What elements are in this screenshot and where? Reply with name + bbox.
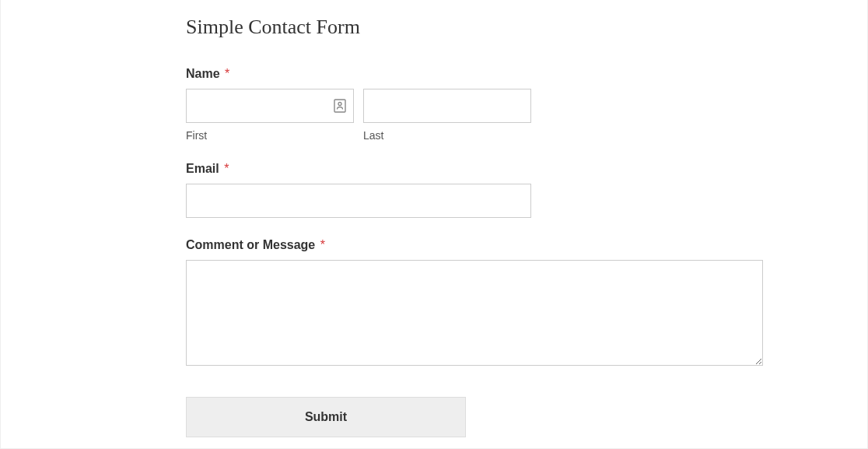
first-name-col: First [186, 89, 354, 142]
first-name-input[interactable] [186, 89, 354, 123]
message-textarea[interactable] [186, 260, 763, 366]
email-label: Email * [186, 162, 867, 176]
form-title: Simple Contact Form [186, 16, 867, 39]
email-field-group: Email * [186, 162, 867, 218]
form-container: Simple Contact Form Name * First [1, 0, 867, 437]
email-input[interactable] [186, 184, 531, 218]
last-name-input[interactable] [363, 89, 531, 123]
required-mark: * [320, 238, 325, 251]
name-field-group: Name * First Las [186, 67, 867, 142]
first-name-wrap [186, 89, 354, 123]
last-name-sublabel: Last [363, 129, 531, 142]
submit-button[interactable]: Submit [186, 397, 466, 437]
message-label: Comment or Message * [186, 238, 867, 252]
email-label-text: Email [186, 162, 219, 175]
last-name-col: Last [363, 89, 531, 142]
required-mark: * [224, 162, 229, 175]
message-field-group: Comment or Message * [186, 238, 867, 369]
message-label-text: Comment or Message [186, 238, 315, 251]
required-mark: * [225, 67, 229, 80]
name-label-text: Name [186, 67, 220, 80]
name-label: Name * [186, 67, 867, 81]
name-row: First Last [186, 89, 867, 142]
first-name-sublabel: First [186, 129, 354, 142]
